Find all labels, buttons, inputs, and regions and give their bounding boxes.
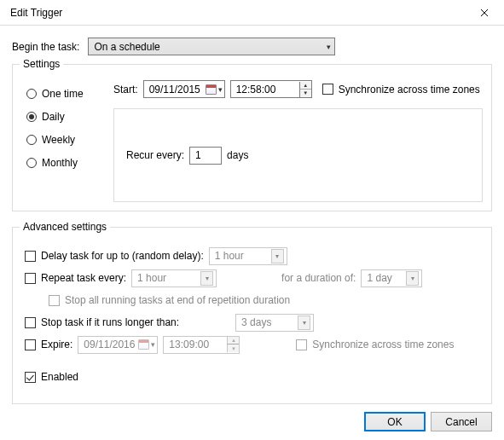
delay-value: 1 hour (215, 250, 244, 262)
chevron-down-icon: ▾ (271, 249, 284, 263)
begin-task-value: On a schedule (94, 41, 159, 53)
radio-label: Monthly (42, 157, 78, 169)
close-button[interactable] (465, 0, 504, 26)
cancel-label: Cancel (445, 416, 477, 428)
repeat-duration-value: 1 day (367, 272, 391, 284)
radio-weekly[interactable]: Weekly (26, 128, 103, 151)
recur-value-input[interactable]: 1 (189, 147, 222, 165)
radio-label: Daily (42, 111, 65, 123)
titlebar: Edit Trigger (0, 0, 504, 26)
radio-icon (26, 158, 37, 168)
chevron-down-icon: ▾ (200, 271, 213, 286)
repeat-stop-label: Stop all running tasks at end of repetit… (65, 294, 290, 306)
delay-label: Delay task for up to (random delay): (41, 250, 204, 262)
expire-date-value: 09/11/2016 (84, 339, 135, 350)
stop-checkbox[interactable] (25, 317, 36, 328)
settings-group: Settings One time Daily Weekly Monthly (12, 64, 492, 211)
spin-up-icon[interactable]: ▲ (299, 82, 311, 90)
radio-icon (26, 89, 37, 99)
expire-sync-checkbox (296, 339, 307, 350)
spin-down-icon: ▼ (227, 344, 239, 352)
expire-date-picker[interactable]: 09/11/2016 ▾ (78, 336, 158, 354)
radio-icon (26, 112, 37, 122)
recur-label-after: days (227, 149, 248, 161)
begin-task-label: Begin the task: (12, 41, 81, 53)
calendar-icon (138, 339, 149, 350)
radio-label: Weekly (42, 134, 75, 146)
expire-sync-label: Synchronize across time zones (312, 339, 454, 350)
chevron-down-icon: ▾ (298, 316, 310, 330)
repeat-interval-value: 1 hour (137, 272, 166, 284)
radio-daily[interactable]: Daily (26, 105, 103, 128)
chevron-down-icon: ▾ (327, 43, 331, 51)
radio-monthly[interactable]: Monthly (26, 151, 103, 174)
expire-time-spinner[interactable]: 13:09:00 ▲ ▼ (163, 336, 240, 354)
schedule-radio-group: One time Daily Weekly Monthly (21, 77, 103, 202)
radio-label: One time (42, 88, 84, 100)
start-date-value: 09/11/2015 (149, 84, 200, 96)
ok-button[interactable]: OK (364, 412, 426, 431)
start-time-spinner[interactable]: 12:58:00 ▲ ▼ (230, 80, 312, 98)
repeat-label: Repeat task every: (41, 272, 126, 284)
expire-time-value: 13:09:00 (169, 339, 209, 350)
stop-combo[interactable]: 3 days ▾ (235, 314, 314, 332)
radio-one-time[interactable]: One time (26, 82, 103, 105)
start-date-picker[interactable]: 09/11/2015 ▾ (143, 80, 225, 98)
start-time-value: 12:58:00 (236, 84, 276, 96)
cancel-button[interactable]: Cancel (431, 412, 492, 431)
expire-checkbox[interactable] (25, 339, 36, 350)
expire-label: Expire: (41, 339, 72, 350)
enabled-label: Enabled (41, 371, 78, 383)
chevron-down-icon: ▾ (218, 85, 223, 94)
repeat-duration-label: for a duration of: (281, 272, 356, 284)
enabled-checkbox[interactable] (25, 372, 36, 383)
spin-down-icon[interactable]: ▼ (299, 90, 311, 97)
repeat-checkbox[interactable] (25, 273, 36, 284)
repeat-interval-combo[interactable]: 1 hour ▾ (131, 269, 217, 287)
delay-combo[interactable]: 1 hour ▾ (209, 247, 287, 265)
spin-up-icon: ▲ (227, 337, 239, 344)
stop-label: Stop task if it runs longer than: (41, 316, 179, 328)
start-label: Start: (113, 84, 138, 96)
repeat-stop-checkbox (49, 295, 60, 306)
begin-task-select[interactable]: On a schedule ▾ (88, 38, 335, 55)
sync-tz-checkbox[interactable] (322, 84, 333, 95)
sync-tz-label: Synchronize across time zones (339, 84, 480, 96)
delay-checkbox[interactable] (25, 251, 36, 262)
window-title: Edit Trigger (10, 7, 465, 19)
radio-icon (26, 135, 37, 145)
calendar-icon (206, 84, 217, 95)
recur-label-before: Recur every: (126, 149, 184, 161)
advanced-group: Advanced settings Delay task for up to (… (12, 227, 492, 404)
settings-legend: Settings (20, 58, 63, 70)
chevron-down-icon: ▾ (151, 340, 155, 349)
repeat-duration-combo[interactable]: 1 day ▾ (361, 269, 422, 287)
stop-value: 3 days (241, 316, 271, 328)
advanced-legend: Advanced settings (20, 221, 110, 233)
recurrence-panel: Recur every: 1 days (113, 108, 483, 202)
chevron-down-icon: ▾ (406, 271, 419, 286)
close-icon (480, 9, 489, 17)
recur-value: 1 (195, 149, 201, 161)
ok-label: OK (387, 416, 402, 428)
